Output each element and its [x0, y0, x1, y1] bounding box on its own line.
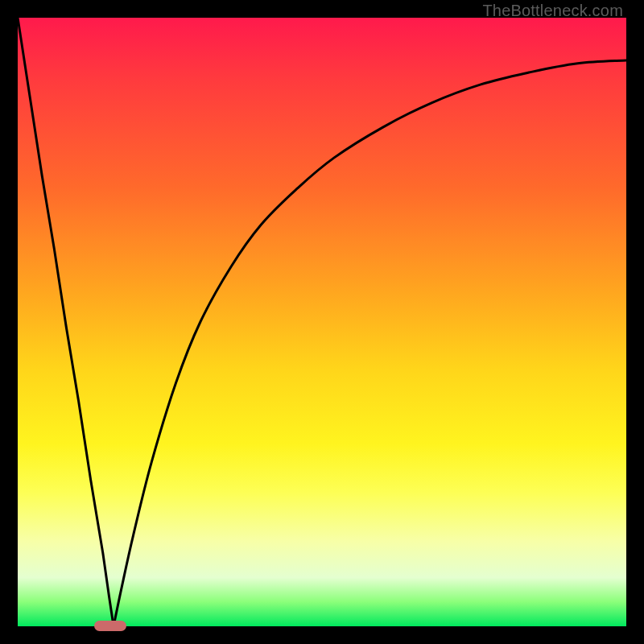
chart-frame: TheBottleneck.com	[0, 0, 644, 644]
chart-curves	[18, 18, 626, 626]
watermark-text: TheBottleneck.com	[482, 2, 623, 20]
bottleneck-marker	[94, 621, 126, 631]
chart-plot-area	[18, 18, 626, 626]
curve-left-branch	[18, 18, 114, 626]
curve-right-branch	[114, 60, 626, 626]
